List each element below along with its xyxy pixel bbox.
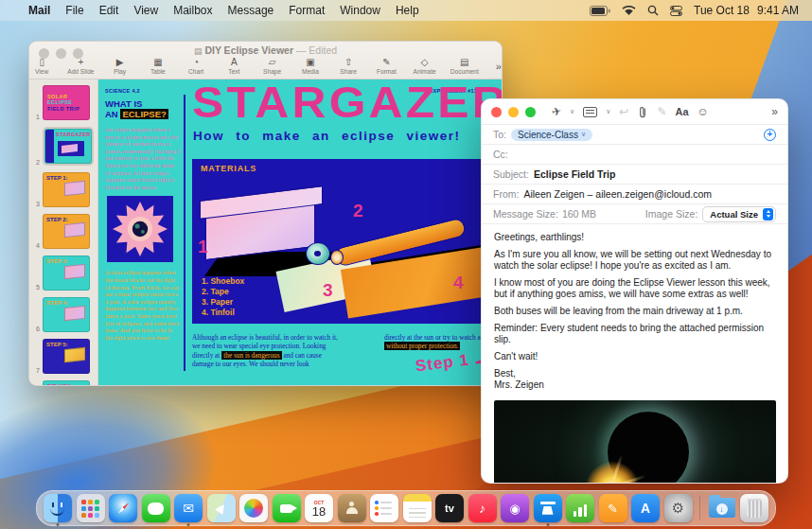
emoji-button[interactable]: ☺ bbox=[697, 106, 709, 117]
open-indicator bbox=[546, 523, 549, 526]
dock-item-maps[interactable] bbox=[207, 494, 236, 522]
slide-number: 6 bbox=[29, 326, 43, 332]
toolbar-button-label: Shape bbox=[263, 68, 281, 75]
dock-item-keynote[interactable] bbox=[534, 494, 562, 522]
dock-item-mail[interactable]: ✉ bbox=[174, 494, 203, 522]
dock-item-downloads[interactable]: ↓ bbox=[708, 494, 736, 522]
keynote-toolbar-button[interactable]: ◔ Chart bbox=[184, 57, 208, 75]
reply-button[interactable]: ↩ bbox=[619, 106, 628, 117]
dock-item-appstore[interactable]: A bbox=[631, 494, 660, 522]
compose-format-button[interactable]: ✎ bbox=[657, 106, 666, 117]
header-fields-chevron[interactable]: ∨ bbox=[606, 106, 610, 117]
search-icon[interactable] bbox=[647, 5, 659, 16]
keynote-toolbar-button[interactable]: ◇ Animate bbox=[413, 57, 437, 75]
slide-thumbnail-5[interactable]: STEP 3: bbox=[43, 256, 90, 291]
dock-item-notes[interactable] bbox=[403, 494, 432, 522]
image-size-dropdown[interactable]: Actual Size bbox=[702, 206, 776, 222]
header-fields-button[interactable] bbox=[583, 107, 597, 117]
dock-item-reminders[interactable] bbox=[370, 494, 398, 522]
dock-item-messages[interactable] bbox=[142, 494, 170, 522]
materials-list: 1. Shoebox2. Tape3. Paper4. Tinfoil bbox=[202, 276, 244, 318]
slide-canvas[interactable]: SCIENCE 4.2 EXPERIMENT #11 WHAT IS AN EC… bbox=[98, 79, 502, 386]
send-button[interactable]: ✈ bbox=[551, 105, 562, 118]
materials-list-item: 1. Shoebox bbox=[202, 276, 244, 287]
slide-thumbnail-7[interactable]: STEP 5: bbox=[43, 339, 90, 374]
keynote-toolbar-button[interactable]: ▣ Media bbox=[298, 57, 323, 75]
dock-item-music[interactable]: ♪ bbox=[468, 494, 497, 522]
slide-thumbnail-6[interactable]: STEP 4: bbox=[43, 297, 90, 332]
toolbar-overflow-chevron[interactable]: » bbox=[496, 61, 502, 72]
menu-item[interactable]: Help bbox=[396, 4, 419, 17]
zoom-button[interactable] bbox=[73, 48, 83, 59]
fonts-button[interactable]: Aa bbox=[675, 106, 688, 117]
wifi-icon[interactable] bbox=[622, 6, 636, 16]
dock-item-facetime[interactable] bbox=[273, 494, 301, 522]
dock-item-appletv[interactable]: tv bbox=[435, 494, 464, 522]
toolbar-button-label: Document bbox=[450, 68, 479, 75]
menu-item[interactable]: Mailbox bbox=[173, 4, 212, 17]
menu-item[interactable]: Window bbox=[340, 4, 380, 17]
slide-number: 4 bbox=[29, 242, 43, 249]
menu-app-name[interactable]: Mail bbox=[28, 4, 50, 17]
attach-button[interactable] bbox=[637, 106, 648, 118]
minimize-button[interactable] bbox=[56, 48, 66, 59]
send-options-chevron[interactable]: ∨ bbox=[570, 106, 574, 117]
menu-bar-time[interactable]: 9:41 AM bbox=[757, 4, 799, 17]
dock-item-photos[interactable] bbox=[239, 494, 268, 522]
dock-item-calendar[interactable]: OCT 18 bbox=[305, 494, 333, 522]
menu-item[interactable]: Edit bbox=[99, 4, 119, 17]
keynote-toolbar-button[interactable]: ▤ Document bbox=[450, 57, 479, 75]
keynote-window: ▤DIY Eclipse Viewer — Edited ▯ View + Ad… bbox=[28, 41, 503, 386]
mail-toolbar: ✈ ∨ ∨ ↩ ✎ Aa ☺ » bbox=[482, 99, 787, 125]
eclipse-photo-attachment[interactable] bbox=[494, 400, 776, 484]
recipient-token[interactable]: Science-Class∨ bbox=[511, 129, 592, 141]
minimize-button[interactable] bbox=[508, 107, 519, 117]
menu-item[interactable]: Format bbox=[289, 4, 325, 17]
keynote-toolbar-button[interactable]: ▱ Shape bbox=[260, 57, 285, 75]
keynote-toolbar-button[interactable]: ✎ Format bbox=[374, 57, 398, 75]
battery-icon[interactable] bbox=[590, 6, 610, 16]
keynote-toolbar-button[interactable]: + Add Slide bbox=[67, 57, 94, 75]
slide-number: 5 bbox=[29, 284, 43, 291]
control-center-icon[interactable] bbox=[670, 6, 682, 16]
slide-thumbnail-3[interactable]: STEP 1: bbox=[43, 172, 90, 207]
keynote-toolbar-button[interactable]: ▯ View bbox=[29, 57, 54, 75]
slide-number: 2 bbox=[29, 159, 43, 166]
keynote-toolbar-button[interactable]: A Text bbox=[221, 57, 246, 75]
keynote-toolbar-button[interactable]: ▦ Table bbox=[146, 57, 170, 75]
dock-item-podcasts[interactable]: ◉ bbox=[501, 494, 529, 522]
warning-text-left: Although an eclipse is beautiful, in ord… bbox=[192, 333, 344, 369]
slide-thumbnail-4[interactable]: STEP 2: bbox=[43, 214, 90, 249]
body-paragraph: As I'm sure you all know, we will be set… bbox=[494, 249, 775, 272]
dock-item-pages[interactable]: ✎ bbox=[599, 494, 627, 522]
close-button[interactable] bbox=[39, 48, 49, 59]
message-body[interactable]: Greetings, earthlings!As I'm sure you al… bbox=[482, 224, 787, 398]
keynote-toolbar: ▯ View + Add Slide ▶ Play bbox=[29, 57, 502, 75]
cc-field[interactable]: Cc: bbox=[482, 145, 787, 165]
menu-item[interactable]: Message bbox=[228, 4, 274, 17]
slide-thumbnail-8[interactable]: DID YOU KNOW bbox=[43, 380, 90, 386]
dock-item-safari[interactable] bbox=[109, 494, 137, 522]
keynote-toolbar-button[interactable]: ⇧ Share bbox=[336, 57, 361, 75]
toolbar-overflow-chevron[interactable]: » bbox=[771, 105, 778, 118]
keynote-toolbar-button[interactable]: ▶ Play bbox=[108, 57, 132, 75]
dock-item-contacts[interactable] bbox=[338, 494, 366, 522]
to-field[interactable]: To: Science-Class∨ + bbox=[482, 125, 787, 145]
dock-item-launchpad[interactable] bbox=[77, 494, 105, 522]
dock-item-numbers[interactable] bbox=[566, 494, 594, 522]
dock-item-finder[interactable] bbox=[44, 494, 72, 522]
add-recipient-button[interactable]: + bbox=[764, 129, 776, 141]
document-proxy-icon[interactable]: ▤ bbox=[194, 46, 203, 56]
menu-item[interactable]: File bbox=[65, 4, 83, 17]
slide-thumbnail-2-selected[interactable]: STARGAZER bbox=[44, 129, 92, 164]
menu-bar-date[interactable]: Tue Oct 18 bbox=[694, 4, 750, 17]
slide-thumbnail-1[interactable]: SOLAR ECLIPSE FIELD TRIP bbox=[43, 85, 90, 120]
dock-item-trash[interactable] bbox=[740, 494, 768, 522]
zoom-button[interactable] bbox=[525, 107, 536, 117]
from-field[interactable]: From: Aileen Zeigen – aileen.zeigen@iclo… bbox=[482, 185, 787, 204]
dock-item-settings[interactable]: ⚙ bbox=[664, 494, 693, 522]
close-button[interactable] bbox=[491, 107, 502, 117]
menu-item[interactable]: View bbox=[133, 4, 158, 17]
body-paragraph: Can't wait! bbox=[494, 351, 775, 362]
subject-field[interactable]: Subject: Eclipse Field Trip bbox=[482, 165, 787, 185]
